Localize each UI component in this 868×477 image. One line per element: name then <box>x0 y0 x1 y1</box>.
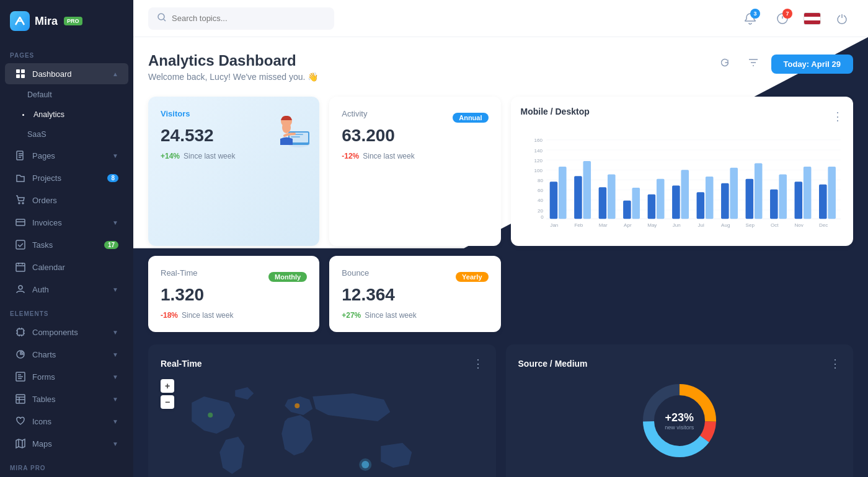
chevron-down-icon: ▼ <box>112 152 118 159</box>
map-controls: + − <box>161 379 174 409</box>
logo-icon <box>10 11 30 31</box>
sidebar-item-tasks[interactable]: Tasks 17 <box>5 234 128 255</box>
heart-icon <box>15 416 26 427</box>
bounce-change-label: Since last week <box>365 311 416 320</box>
bar-chart-svg: 160 140 120 100 80 60 40 20 0 <box>521 131 844 234</box>
svg-rect-52 <box>681 170 689 219</box>
orders-label: Orders <box>32 196 57 205</box>
svg-text:Jan: Jan <box>550 222 558 228</box>
sidebar-item-pages[interactable]: Pages ▼ <box>5 145 128 166</box>
search-box[interactable] <box>148 7 334 30</box>
sidebar-item-calendar[interactable]: Calendar <box>5 256 128 278</box>
activity-change-label: Since last week <box>363 152 414 160</box>
date-button[interactable]: Today: April 29 <box>771 55 853 74</box>
sidebar-item-dashboard[interactable]: Dashboard ▲ <box>5 63 128 84</box>
sidebar-item-tables[interactable]: Tables ▼ <box>5 388 128 409</box>
realtime-badge: Monthly <box>268 272 307 282</box>
svg-point-10 <box>19 286 22 289</box>
activity-label: Activity <box>342 109 367 118</box>
map-menu-button[interactable]: ⋮ <box>472 357 484 370</box>
sidebar-item-projects[interactable]: Projects 8 <box>5 167 128 188</box>
svg-rect-49 <box>647 195 655 219</box>
bounce-value: 12.364 <box>342 285 488 305</box>
sidebar-item-analytics[interactable]: Analytics <box>5 105 128 124</box>
chart-menu-button[interactable]: ⋮ <box>832 110 843 123</box>
svg-text:Feb: Feb <box>574 222 583 228</box>
chart-title: Mobile / Desktop <box>521 107 590 116</box>
realtime-map-card: Real-Time ⋮ + − <box>148 344 496 477</box>
chevron-down-8-icon: ▼ <box>112 418 118 425</box>
components-label: Components <box>32 328 78 337</box>
sidebar-section-mira: MIRA PRO <box>0 455 133 475</box>
pages-label: Pages <box>32 151 55 160</box>
sidebar-item-components[interactable]: Components ▼ <box>5 322 128 343</box>
chevron-down-9-icon: ▼ <box>112 440 118 447</box>
realtime-header: Real-Time Monthly <box>161 268 307 285</box>
map-zoom-out[interactable]: − <box>161 395 174 409</box>
notifications-button[interactable]: 3 <box>739 7 761 30</box>
sidebar-item-default[interactable]: Default <box>5 85 128 104</box>
edit-icon <box>15 371 26 382</box>
check-square-icon <box>15 239 26 250</box>
page-header-left: Analytics Dashboard Welcome back, Lucy! … <box>148 52 318 82</box>
svg-rect-48 <box>632 188 640 219</box>
refresh-button[interactable] <box>714 52 735 76</box>
sidebar-item-invoices[interactable]: Invoices ▼ <box>5 212 128 233</box>
bottom-row: Real-Time ⋮ + − <box>148 344 853 477</box>
svg-rect-44 <box>583 161 591 219</box>
sidebar-item-forms[interactable]: Forms ▼ <box>5 366 128 387</box>
saas-label: SaaS <box>27 130 46 139</box>
svg-rect-51 <box>672 185 680 219</box>
alerts-badge: 7 <box>782 9 792 19</box>
donut-chart: +23% new visitors <box>639 380 720 461</box>
sidebar-item-auth[interactable]: Auth ▼ <box>5 279 128 300</box>
svg-point-6 <box>22 203 24 204</box>
svg-rect-56 <box>730 168 738 219</box>
power-button[interactable] <box>831 7 853 30</box>
svg-rect-61 <box>794 182 802 219</box>
svg-text:0: 0 <box>541 214 544 220</box>
header-actions: Today: April 29 <box>714 52 853 76</box>
svg-rect-42 <box>559 167 567 219</box>
cpu-icon <box>15 326 26 338</box>
bounce-header: Bounce Yearly <box>342 268 488 285</box>
filter-button[interactable] <box>743 52 764 76</box>
svg-rect-3 <box>21 74 25 78</box>
invoices-label: Invoices <box>32 218 62 227</box>
svg-rect-0 <box>16 69 20 73</box>
chevron-down-5-icon: ▼ <box>112 351 118 358</box>
source-menu-button[interactable]: ⋮ <box>830 357 841 370</box>
alerts-button[interactable]: 7 <box>771 7 794 30</box>
tables-label: Tables <box>32 395 56 404</box>
sidebar-item-icons[interactable]: Icons ▼ <box>5 411 128 432</box>
language-flag[interactable] <box>804 12 821 25</box>
svg-point-79 <box>208 413 213 418</box>
source-row-social: Social 260 +23% <box>518 471 841 477</box>
svg-text:20: 20 <box>537 208 542 214</box>
pro-badge: PRO <box>64 17 82 25</box>
svg-rect-60 <box>779 174 787 219</box>
donut-center: +23% new visitors <box>665 411 694 431</box>
svg-point-14 <box>158 14 164 20</box>
chevron-down-2-icon: ▼ <box>112 219 118 226</box>
sidebar-item-saas[interactable]: SaaS <box>5 125 128 144</box>
svg-rect-47 <box>623 201 631 219</box>
folder-icon <box>15 172 26 183</box>
search-input[interactable] <box>172 14 326 23</box>
sidebar-item-maps[interactable]: Maps ▼ <box>5 433 128 454</box>
svg-rect-45 <box>598 187 606 219</box>
svg-rect-41 <box>549 182 557 219</box>
projects-label: Projects <box>32 173 61 183</box>
realtime-change-percent: -18% <box>161 311 178 320</box>
svg-text:40: 40 <box>537 198 542 203</box>
svg-text:80: 80 <box>537 178 542 183</box>
sidebar-item-charts[interactable]: Charts ▼ <box>5 344 128 365</box>
realtime-change: -18% Since last week <box>161 311 307 320</box>
sidebar-item-orders[interactable]: Orders <box>5 190 128 211</box>
map-zoom-in[interactable]: + <box>161 379 174 393</box>
visitors-change-percent: +14% <box>161 152 180 160</box>
svg-rect-50 <box>656 179 664 219</box>
topbar: 3 7 <box>133 0 868 37</box>
svg-rect-59 <box>770 190 778 219</box>
projects-badge: 8 <box>107 174 118 182</box>
